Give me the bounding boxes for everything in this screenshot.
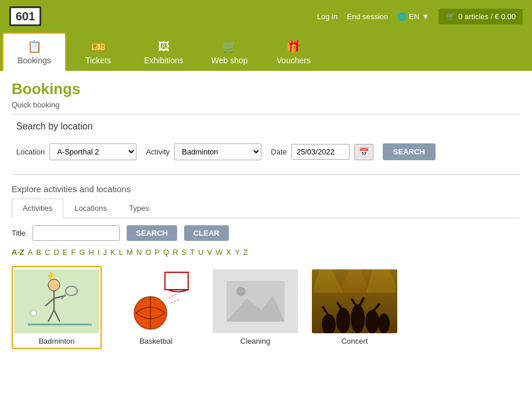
calendar-button[interactable]: 📅 xyxy=(354,144,373,160)
activity-cards: Badminton Bask xyxy=(12,266,520,349)
title-input[interactable] xyxy=(33,225,120,241)
activity-select[interactable]: Badminton Basketball Cleaning Concert xyxy=(174,143,261,160)
webshop-label: Web shop xyxy=(211,56,248,65)
chevron-down-icon: ▼ xyxy=(422,12,429,21)
alpha-u[interactable]: U xyxy=(198,248,203,257)
logo: 601 xyxy=(9,6,41,26)
alpha-q[interactable]: Q xyxy=(163,248,169,257)
badminton-image xyxy=(14,269,99,333)
card-cleaning[interactable]: Cleaning xyxy=(210,266,300,349)
date-input[interactable] xyxy=(292,144,350,160)
sub-tabs: Activities Locations Types xyxy=(12,199,520,218)
svg-line-24 xyxy=(323,307,329,316)
svg-point-8 xyxy=(31,310,37,316)
globe-icon: 🌐 xyxy=(397,12,407,21)
svg-line-15 xyxy=(171,300,179,303)
alpha-m[interactable]: M xyxy=(127,248,133,257)
svg-line-28 xyxy=(372,304,379,312)
exhibitions-icon: 🖼 xyxy=(158,40,170,53)
svg-point-4 xyxy=(66,286,77,296)
alpha-b[interactable]: B xyxy=(36,248,41,257)
search-button[interactable]: SEARCH xyxy=(383,143,436,160)
cleaning-image xyxy=(213,269,298,333)
svg-point-18 xyxy=(236,287,246,296)
alpha-az[interactable]: A-Z xyxy=(12,248,24,257)
alpha-z[interactable]: Z xyxy=(243,248,248,257)
filter-row: Title SEARCH CLEAR xyxy=(12,225,520,241)
vouchers-label: Vouchers xyxy=(276,56,310,65)
alpha-e[interactable]: E xyxy=(63,248,68,257)
svg-marker-31 xyxy=(366,269,396,293)
tab-webshop[interactable]: 🛒 Web shop xyxy=(197,34,262,71)
top-right: Log in End session 🌐 EN ▼ 🛒 0 articles /… xyxy=(317,9,523,24)
activity-label: Activity xyxy=(146,147,170,156)
tab-tickets[interactable]: 🎫 Tickets xyxy=(66,34,130,71)
alpha-a[interactable]: A xyxy=(28,248,33,257)
activity-group: Activity Badminton Basketball Cleaning C… xyxy=(146,143,261,160)
concert-image xyxy=(312,269,397,333)
filter-clear-button[interactable]: CLEAR xyxy=(184,225,229,241)
title-label: Title xyxy=(12,229,26,237)
lang-label: EN xyxy=(409,12,419,21)
svg-point-23 xyxy=(378,313,390,333)
svg-line-7 xyxy=(54,310,60,322)
lang-selector[interactable]: 🌐 EN ▼ xyxy=(397,12,429,21)
card-badminton[interactable]: Badminton xyxy=(12,266,102,349)
location-group: Location A-Sporthal 2 B-Sporthal C-Zaal xyxy=(16,143,136,160)
end-session-link[interactable]: End session xyxy=(347,12,388,21)
alpha-o[interactable]: O xyxy=(145,248,151,257)
alpha-j[interactable]: J xyxy=(103,248,107,257)
search-section-title: Search by location xyxy=(16,121,520,132)
date-label: Date xyxy=(271,147,286,156)
quick-booking-label: Quick booking xyxy=(12,100,520,109)
search-form: Location A-Sporthal 2 B-Sporthal C-Zaal … xyxy=(12,139,520,170)
cart-button[interactable]: 🛒 0 articles / € 0.00 xyxy=(438,9,523,24)
cleaning-label: Cleaning xyxy=(240,337,270,345)
bookings-icon: 📋 xyxy=(27,39,42,53)
subtab-types[interactable]: Types xyxy=(118,199,160,218)
alpha-g[interactable]: G xyxy=(79,248,85,257)
svg-line-6 xyxy=(48,310,54,322)
alpha-l[interactable]: L xyxy=(119,248,123,257)
alpha-v[interactable]: V xyxy=(207,248,213,257)
cart-label: 0 articles / € 0.00 xyxy=(458,12,516,21)
alpha-w[interactable]: W xyxy=(215,248,222,257)
basketball-image xyxy=(113,269,199,333)
bookings-label: Bookings xyxy=(17,56,51,65)
vouchers-icon: 🎁 xyxy=(286,39,301,53)
svg-line-14 xyxy=(169,294,177,298)
filter-search-button[interactable]: SEARCH xyxy=(127,225,177,241)
login-link[interactable]: Log in xyxy=(317,12,337,21)
alpha-t[interactable]: T xyxy=(190,248,195,257)
tickets-icon: 🎫 xyxy=(91,39,106,53)
top-bar: 601 Log in End session 🌐 EN ▼ 🛒 0 articl… xyxy=(0,0,532,33)
tab-vouchers[interactable]: 🎁 Vouchers xyxy=(261,34,325,71)
divider-2 xyxy=(12,174,520,175)
card-basketball[interactable]: Basketbal xyxy=(111,266,201,349)
alpha-r[interactable]: R xyxy=(172,248,178,257)
alpha-n[interactable]: N xyxy=(136,248,142,257)
svg-rect-10 xyxy=(165,272,188,290)
alpha-y[interactable]: Y xyxy=(235,248,240,257)
alpha-f[interactable]: F xyxy=(71,248,76,257)
card-concert[interactable]: Concert xyxy=(310,266,400,349)
subtab-activities[interactable]: Activities xyxy=(12,199,63,218)
tab-exhibitions[interactable]: 🖼 Exhibitions xyxy=(130,34,197,71)
location-select[interactable]: A-Sporthal 2 B-Sporthal C-Zaal xyxy=(49,143,136,160)
alpha-s[interactable]: S xyxy=(182,248,187,257)
alpha-i[interactable]: I xyxy=(98,248,100,257)
alpha-c[interactable]: C xyxy=(45,248,50,257)
divider-1 xyxy=(12,114,520,114)
date-group: Date 📅 xyxy=(271,144,373,160)
page-content: Bookings Quick booking Search by locatio… xyxy=(0,71,532,358)
alpha-k[interactable]: K xyxy=(110,248,116,257)
subtab-locations[interactable]: Locations xyxy=(63,199,118,218)
tickets-label: Tickets xyxy=(85,56,111,65)
svg-line-2 xyxy=(45,298,54,306)
alpha-p[interactable]: P xyxy=(154,248,160,257)
alpha-d[interactable]: D xyxy=(53,248,59,257)
alpha-h[interactable]: H xyxy=(89,248,94,257)
tab-bookings[interactable]: 📋 Bookings xyxy=(2,33,66,71)
page-title: Bookings xyxy=(12,80,520,98)
alpha-x[interactable]: X xyxy=(226,248,231,257)
